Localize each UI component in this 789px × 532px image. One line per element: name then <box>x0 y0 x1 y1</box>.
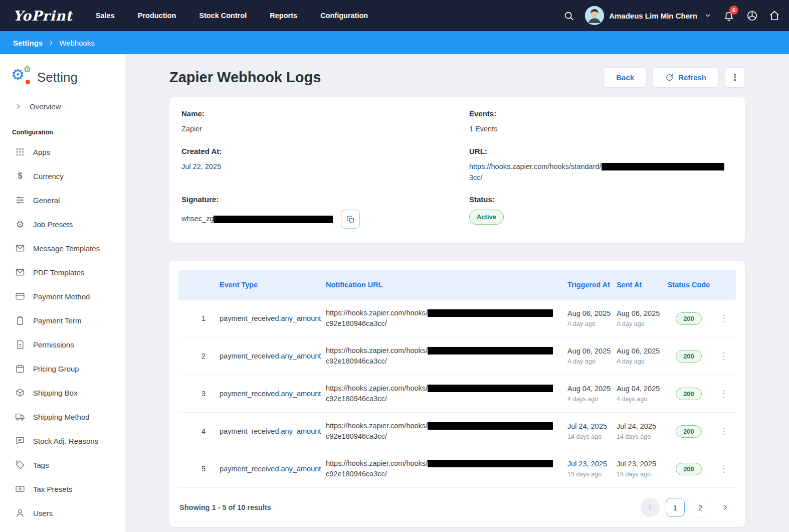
page-title: Zapier Webhook Logs <box>169 69 321 86</box>
more-options-button[interactable]: ⋮ <box>725 67 745 87</box>
breadcrumb-webhooks: Webhooks <box>59 39 95 47</box>
row-status-code: 200 <box>666 425 712 438</box>
refresh-button[interactable]: Refresh <box>653 67 719 87</box>
url-text: c92e180946ca3cc/ <box>326 432 387 440</box>
sidebar-item-message-templates[interactable]: Message Templates <box>0 236 125 260</box>
field-value: 1 Events <box>469 124 733 135</box>
nav-sales[interactable]: Sales <box>96 12 115 20</box>
row-status-code: 200 <box>666 312 712 325</box>
sidebar-item-pdf-templates[interactable]: PDF Templates <box>0 260 125 284</box>
row-actions-button[interactable]: ⋮ <box>712 351 736 361</box>
relative-time: A day ago <box>617 320 662 328</box>
tag-icon <box>15 460 25 470</box>
sidebar-item-apps[interactable]: Apps <box>0 140 125 164</box>
sidebar-item-payment-method[interactable]: Payment Method <box>0 284 125 308</box>
page-2-button[interactable]: 2 <box>691 498 710 517</box>
navbar-right: Amadeus Lim Min Chern 6 <box>563 6 780 25</box>
row-actions-button[interactable]: ⋮ <box>712 427 736 436</box>
relative-time: A day ago <box>617 358 662 366</box>
row-event-type: payment_received.any_amount <box>220 465 326 473</box>
sidebar-item-general[interactable]: General <box>0 188 125 212</box>
page-1-button[interactable]: 1 <box>666 498 685 517</box>
sidebar-item-overview[interactable]: Overview <box>0 96 125 117</box>
notifications-button[interactable]: 6 <box>723 10 734 21</box>
box-icon <box>15 388 25 398</box>
sidebar-item-label: Overview <box>30 102 61 111</box>
url-text: 3cc/ <box>469 173 483 182</box>
row-actions-button[interactable]: ⋮ <box>712 314 736 323</box>
sidebar-item-currency[interactable]: $ Currency <box>0 164 125 188</box>
date-text: Aug 06, 2025 <box>617 346 662 356</box>
home-button[interactable] <box>769 10 780 21</box>
url-text: c92e180946ca3cc/ <box>326 319 387 327</box>
sidebar-item-payment-term[interactable]: Payment Term <box>0 308 125 332</box>
back-button[interactable]: Back <box>604 67 647 87</box>
nav-reports[interactable]: Reports <box>270 12 297 20</box>
row-actions-button[interactable]: ⋮ <box>712 464 736 473</box>
row-notification-url: https://hooks.zapier.com/hooks/ c92e1809… <box>326 458 567 480</box>
sidebar-item-users[interactable]: Users <box>0 501 125 525</box>
row-status-code: 200 <box>666 350 712 363</box>
table-row: 2 payment_received.any_amount https://ho… <box>178 337 736 375</box>
row-notification-url: https://hooks.zapier.com/hooks/ c92e1809… <box>326 345 567 368</box>
sidebar-item-job-presets[interactable]: ⚙ Job Presets <box>0 212 125 236</box>
sidebar-item-label: PDF Templates <box>33 268 84 277</box>
row-actions-button[interactable]: ⋮ <box>712 389 736 398</box>
sidebar-item-shipping-method[interactable]: Shipping Method <box>0 405 125 429</box>
redacted-bar <box>428 347 553 354</box>
breadcrumb: Settings Webhooks <box>0 31 789 54</box>
credit-card-icon <box>15 291 25 301</box>
row-sent-at: Jul 24, 2025 14 days ago <box>617 422 666 441</box>
date-text: Aug 06, 2025 <box>567 346 613 356</box>
url-text: https://hooks.zapier.com/hooks/ <box>326 459 428 467</box>
field-name: Name: Zapier <box>181 109 445 135</box>
shutter-icon[interactable] <box>746 10 758 22</box>
mail-icon <box>15 267 25 277</box>
next-page-button[interactable] <box>716 498 735 517</box>
row-triggered-at: Jul 23, 2025 15 days ago <box>567 459 617 478</box>
status-code-badge: 200 <box>676 350 702 363</box>
sidebar-item-pricing-group[interactable]: Pricing Group <box>0 357 125 381</box>
sidebar-item-tags[interactable]: Tags <box>0 453 125 477</box>
nav-stock-control[interactable]: Stock Control <box>199 12 247 20</box>
nav-configuration[interactable]: Configuration <box>320 12 368 20</box>
nav-production[interactable]: Production <box>138 12 176 20</box>
sidebar-item-permissions[interactable]: Permissions <box>0 332 125 357</box>
sidebar-item-tax-presets[interactable]: Tax Presets <box>0 477 125 501</box>
relative-time: 15 days ago <box>567 470 613 478</box>
clipboard-icon <box>15 315 25 325</box>
sidebar-item-stock-adj-reasons[interactable]: Stock Adj. Reasons <box>0 429 125 453</box>
col-sent-at: Sent At <box>617 280 666 289</box>
breadcrumb-settings[interactable]: Settings <box>13 39 43 47</box>
document-icon <box>15 339 25 349</box>
field-label: Created At: <box>181 147 445 155</box>
user-menu[interactable]: Amadeus Lim Min Chern <box>585 6 711 25</box>
refresh-icon <box>665 73 674 82</box>
sidebar-section-configuration: Configuration <box>0 117 125 140</box>
row-index: 4 <box>178 427 220 435</box>
redacted-bar <box>428 460 553 467</box>
date-text: Aug 04, 2025 <box>617 384 662 394</box>
prev-page-button[interactable] <box>641 498 660 517</box>
field-status: Status: Active <box>469 195 733 229</box>
field-url: URL: https://hooks.zapier.com/hooks/stan… <box>469 147 733 184</box>
table-row: 1 payment_received.any_amount https://ho… <box>178 300 736 337</box>
search-icon[interactable] <box>563 11 574 21</box>
settings-sidebar: ⚙⚙ Setting Overview Configuration Apps $… <box>0 54 125 532</box>
breadcrumb-chevron-icon <box>48 40 54 46</box>
field-label: Signature: <box>181 195 445 204</box>
copy-signature-button[interactable] <box>341 210 360 229</box>
sidebar-item-shipping-box[interactable]: Shipping Box <box>0 381 125 405</box>
currency-icon: $ <box>15 171 25 181</box>
redacted-bar <box>214 216 333 223</box>
user-icon <box>15 508 25 518</box>
truck-icon <box>15 412 25 422</box>
sidebar-item-label: Pricing Group <box>33 365 79 373</box>
top-navbar: YoPrint Sales Production Stock Control R… <box>0 0 789 31</box>
field-value: Zapier <box>181 124 445 135</box>
row-triggered-at: Aug 06, 2025 A day ago <box>567 346 617 366</box>
mail-icon <box>15 243 25 253</box>
brand-logo[interactable]: YoPrint <box>13 8 73 24</box>
field-value: Jul 22, 2025 <box>181 161 445 172</box>
sidebar-item-label: Currency <box>33 172 64 181</box>
